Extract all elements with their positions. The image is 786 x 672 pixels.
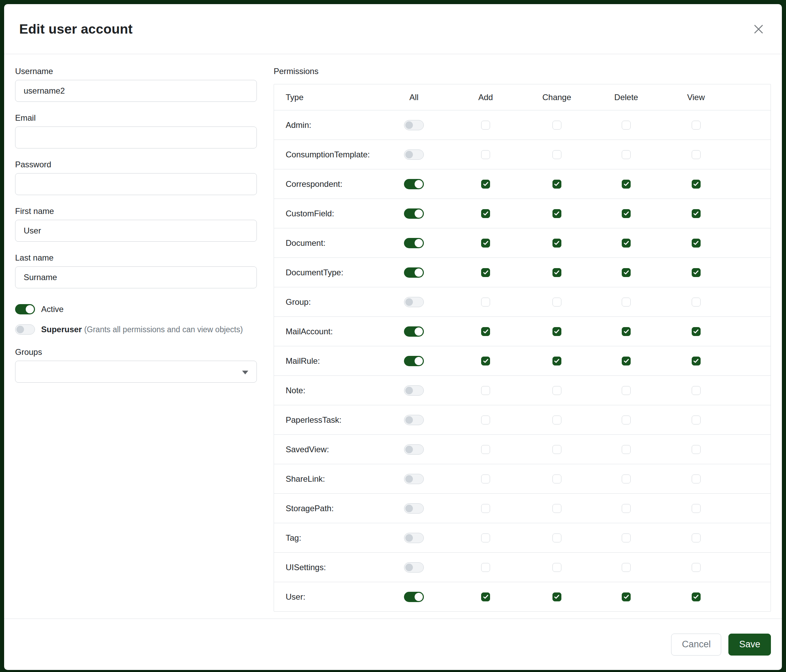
permission-all-toggle[interactable] — [404, 267, 424, 278]
email-input[interactable] — [15, 127, 257, 148]
permission-all-toggle[interactable] — [404, 149, 424, 160]
permission-change-checkbox[interactable] — [552, 386, 561, 395]
first-name-input[interactable] — [15, 220, 257, 242]
permission-all-toggle[interactable] — [404, 503, 424, 513]
permission-all-toggle[interactable] — [404, 327, 424, 337]
permission-add-checkbox[interactable] — [481, 592, 490, 601]
permission-delete-checkbox[interactable] — [622, 445, 630, 454]
permission-change-checkbox[interactable] — [552, 356, 561, 366]
permission-change-checkbox[interactable] — [552, 563, 561, 572]
permission-add-checkbox[interactable] — [481, 121, 490, 130]
permission-view-checkbox[interactable] — [692, 563, 701, 572]
permission-add-checkbox[interactable] — [481, 504, 490, 513]
permission-change-checkbox[interactable] — [552, 327, 561, 336]
permission-all-toggle[interactable] — [404, 592, 424, 602]
permission-delete-checkbox[interactable] — [622, 474, 630, 484]
superuser-toggle[interactable] — [15, 324, 35, 334]
permission-all-toggle[interactable] — [404, 474, 424, 484]
permission-add-checkbox[interactable] — [481, 563, 490, 572]
permission-all-toggle[interactable] — [404, 179, 424, 189]
username-input[interactable] — [15, 80, 257, 102]
permission-all-toggle[interactable] — [404, 533, 424, 543]
permission-view-checkbox[interactable] — [692, 592, 701, 601]
permission-delete-checkbox[interactable] — [622, 504, 630, 513]
permission-delete-checkbox[interactable] — [622, 386, 630, 395]
permission-all-toggle[interactable] — [404, 444, 424, 455]
permission-add-checkbox[interactable] — [481, 327, 490, 336]
permission-row: Group: — [274, 287, 770, 316]
save-button[interactable]: Save — [728, 634, 771, 656]
active-toggle[interactable] — [15, 304, 35, 314]
permission-view-checkbox[interactable] — [692, 327, 701, 336]
permission-view-checkbox[interactable] — [692, 209, 701, 218]
permission-delete-checkbox[interactable] — [622, 150, 630, 159]
permission-delete-checkbox[interactable] — [622, 534, 630, 542]
permission-all-toggle[interactable] — [404, 120, 424, 130]
permission-view-checkbox[interactable] — [692, 386, 701, 395]
permission-delete-checkbox[interactable] — [622, 416, 630, 424]
permission-view-checkbox[interactable] — [692, 239, 701, 248]
permission-delete-checkbox[interactable] — [622, 563, 630, 572]
permission-add-checkbox[interactable] — [481, 474, 490, 484]
permission-change-checkbox[interactable] — [552, 592, 561, 601]
permission-delete-checkbox[interactable] — [622, 356, 630, 366]
permission-change-checkbox[interactable] — [552, 268, 561, 277]
permission-view-checkbox[interactable] — [692, 445, 701, 454]
permission-view-checkbox[interactable] — [692, 180, 701, 188]
permission-delete-checkbox[interactable] — [622, 180, 630, 188]
permission-all-toggle[interactable] — [404, 415, 424, 425]
permission-delete-checkbox[interactable] — [622, 268, 630, 277]
permission-delete-checkbox[interactable] — [622, 209, 630, 218]
permission-add-checkbox[interactable] — [481, 239, 490, 248]
permission-change-checkbox[interactable] — [552, 445, 561, 454]
permission-add-checkbox[interactable] — [481, 386, 490, 395]
permission-add-checkbox[interactable] — [481, 534, 490, 542]
permission-change-checkbox[interactable] — [552, 298, 561, 306]
permission-change-checkbox[interactable] — [552, 534, 561, 542]
permission-change-checkbox[interactable] — [552, 504, 561, 513]
permission-view-checkbox[interactable] — [692, 474, 701, 484]
permission-view-checkbox[interactable] — [692, 121, 701, 130]
toggle-knob — [26, 305, 34, 313]
permission-delete-checkbox[interactable] — [622, 298, 630, 306]
permission-all-toggle[interactable] — [404, 385, 424, 396]
permission-delete-checkbox[interactable] — [622, 592, 630, 601]
close-icon — [752, 23, 765, 35]
permission-all-toggle[interactable] — [404, 356, 424, 366]
permission-change-checkbox[interactable] — [552, 209, 561, 218]
permission-add-checkbox[interactable] — [481, 416, 490, 424]
permission-view-checkbox[interactable] — [692, 356, 701, 366]
last-name-input[interactable] — [15, 266, 257, 288]
permission-view-checkbox[interactable] — [692, 534, 701, 542]
permission-view-checkbox[interactable] — [692, 150, 701, 159]
permission-change-checkbox[interactable] — [552, 121, 561, 130]
permission-view-checkbox[interactable] — [692, 504, 701, 513]
permission-change-checkbox[interactable] — [552, 180, 561, 188]
permission-change-cell — [522, 180, 591, 188]
permission-delete-checkbox[interactable] — [622, 239, 630, 248]
permission-add-checkbox[interactable] — [481, 180, 490, 188]
permission-all-toggle[interactable] — [404, 562, 424, 573]
cancel-button[interactable]: Cancel — [671, 634, 721, 656]
permission-all-toggle[interactable] — [404, 238, 424, 248]
permission-delete-checkbox[interactable] — [622, 327, 630, 336]
permission-all-toggle[interactable] — [404, 297, 424, 307]
permission-add-checkbox[interactable] — [481, 268, 490, 277]
close-button[interactable] — [749, 20, 768, 39]
permission-change-checkbox[interactable] — [552, 239, 561, 248]
password-input[interactable] — [15, 173, 257, 195]
permission-view-checkbox[interactable] — [692, 416, 701, 424]
permission-add-checkbox[interactable] — [481, 209, 490, 218]
permission-add-checkbox[interactable] — [481, 445, 490, 454]
permission-view-checkbox[interactable] — [692, 268, 701, 277]
permission-all-toggle[interactable] — [404, 209, 424, 219]
permission-add-checkbox[interactable] — [481, 150, 490, 159]
permission-delete-checkbox[interactable] — [622, 121, 630, 130]
permission-add-checkbox[interactable] — [481, 356, 490, 366]
groups-select[interactable] — [15, 361, 257, 383]
permission-view-checkbox[interactable] — [692, 298, 701, 306]
permission-change-checkbox[interactable] — [552, 416, 561, 424]
permission-change-checkbox[interactable] — [552, 474, 561, 484]
permission-change-checkbox[interactable] — [552, 150, 561, 159]
permission-add-checkbox[interactable] — [481, 298, 490, 306]
